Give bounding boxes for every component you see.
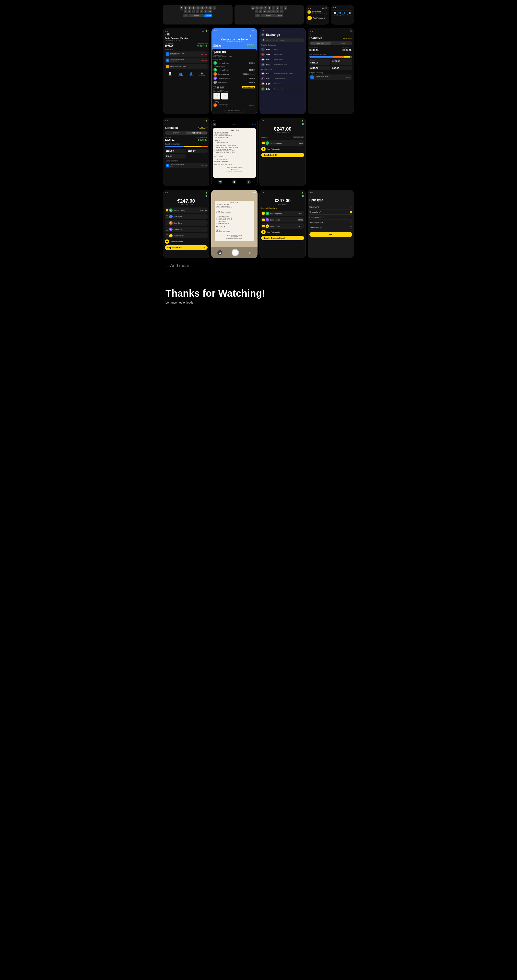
kb2-123[interactable]: 123 bbox=[255, 14, 260, 18]
kb1-key-a[interactable]: A bbox=[180, 6, 183, 10]
paris-nav-groups[interactable]: 👥 Groups bbox=[178, 72, 183, 76]
kb2-key-l[interactable]: L bbox=[284, 6, 287, 10]
currency-aud[interactable]: 🇦🇺 AUD Australian dollar bbox=[261, 76, 304, 81]
kb2-key-j[interactable]: J bbox=[276, 6, 279, 10]
timer-icon[interactable]: ⏱ bbox=[246, 180, 251, 184]
kb1-key-g[interactable]: G bbox=[196, 6, 200, 10]
kb2-key-a[interactable]: A bbox=[251, 6, 255, 10]
currency-usd[interactable]: 🇺🇸 USD United States dollar bbox=[261, 62, 304, 67]
split-person-2[interactable]: D Dorothy Arnold $121.50 Settled! bbox=[214, 72, 255, 76]
se-p3[interactable]: J James Keller €82.30 bbox=[261, 223, 304, 229]
splitp-p5[interactable]: J James Keller bbox=[165, 233, 208, 239]
splitp-add-btn[interactable]: + Add Participants bbox=[165, 239, 208, 244]
kb1-key-h[interactable]: H bbox=[200, 6, 204, 10]
exchange-search-bar[interactable]: 🔍 Type a currency / country bbox=[261, 38, 304, 42]
kb2-return-btn[interactable]: return bbox=[276, 14, 283, 18]
se-settings-icon[interactable]: ⚙️ bbox=[301, 195, 304, 197]
ami-back-btn[interactable]: ← bbox=[261, 123, 263, 125]
split-type-ok-btn[interactable]: OK bbox=[309, 232, 352, 237]
kb1-key-c[interactable]: C bbox=[192, 10, 195, 13]
kb1-key-f[interactable]: F bbox=[192, 6, 196, 10]
exchange-close-btn[interactable]: ✕ bbox=[261, 33, 265, 37]
paris-back[interactable]: ← 🔄 bbox=[165, 33, 208, 35]
kb1-key-d[interactable]: D bbox=[188, 6, 192, 10]
kb2-key-f[interactable]: F bbox=[263, 6, 267, 10]
kb1-search-btn[interactable]: Search bbox=[205, 14, 212, 18]
sp-personal-tab[interactable]: PERSONAL bbox=[186, 132, 207, 134]
kb2-key-m[interactable]: M bbox=[279, 10, 284, 13]
gallery-btn[interactable]: 🖼 bbox=[217, 250, 222, 255]
splitp-p3[interactable]: D Dora Obrien bbox=[165, 220, 208, 226]
split-opt-shares[interactable]: Shares (Times) bbox=[309, 220, 352, 225]
stats-group-tab[interactable]: GROUP bbox=[310, 42, 331, 45]
kb2-key-v[interactable]: V bbox=[267, 10, 271, 13]
st-x-btn[interactable]: ✕ bbox=[309, 195, 352, 197]
delete-expense-btn[interactable]: Delete Expense bbox=[224, 109, 244, 113]
shutter-btn[interactable] bbox=[232, 249, 239, 256]
cruises-back[interactable]: ← bbox=[214, 34, 216, 37]
kb2-key-z[interactable]: Z bbox=[255, 10, 258, 13]
flash-icon[interactable]: ❄ bbox=[249, 251, 251, 255]
se-step3-btn[interactable]: Step 3: Expense Detail → bbox=[261, 236, 304, 240]
splitp-step2-btn[interactable]: Step 2: Split Bill → bbox=[165, 245, 208, 250]
kb1-key-l[interactable]: L bbox=[213, 6, 216, 10]
paris-nav-activity[interactable]: 📊 Activity bbox=[168, 72, 172, 76]
rz-next-btn[interactable]: Next bbox=[252, 124, 256, 126]
kb1-key-j[interactable]: J bbox=[205, 6, 208, 10]
stats-back-btn[interactable]: ← bbox=[309, 33, 311, 35]
currency-inr[interactable]: 🇮🇳 INR Indian rupee bbox=[261, 57, 304, 62]
kb2-key-k[interactable]: K bbox=[280, 6, 284, 10]
split-opt-equally[interactable]: Equally (=) bbox=[309, 204, 352, 210]
splitp-settings-icon[interactable]: ⚙️ bbox=[205, 195, 208, 197]
camera-close-btn[interactable]: ✕ bbox=[213, 191, 214, 193]
expense-vedettes[interactable]: 🚢 Vedettes du Pont Neuf Total $253.45 -$… bbox=[165, 51, 208, 57]
ami-split-bill-btn[interactable]: Step2: Split Bill → bbox=[261, 153, 304, 157]
splitp-back-btn[interactable]: ← bbox=[165, 195, 167, 197]
splitp-p2[interactable]: J Julia Peters bbox=[165, 214, 208, 219]
paris-nav-account[interactable]: ⚙️ Account bbox=[199, 72, 205, 76]
ami-add-participants-btn[interactable]: + Add Participants bbox=[261, 147, 304, 151]
kb2-key-s[interactable]: S bbox=[255, 6, 259, 10]
camera-icon[interactable]: 📷 bbox=[218, 180, 222, 184]
splitp-p1[interactable]: H Hieu Le Quang €247.00 bbox=[165, 207, 208, 213]
cruises-dots-icon[interactable]: ⋯ bbox=[253, 35, 255, 37]
split-person-4[interactable]: MT Mark Twain $121.50 bbox=[214, 81, 255, 84]
kb1-key-n[interactable]: N bbox=[204, 10, 208, 13]
kb2-key-d[interactable]: D bbox=[259, 6, 263, 10]
se-badge-row[interactable]: Split bill Equally ▾ bbox=[261, 207, 304, 209]
se-back-btn[interactable]: ← bbox=[261, 195, 263, 197]
send-reminder-btn[interactable]: Send Reminder bbox=[242, 86, 255, 88]
stats-personal-tab[interactable]: PERSONAL bbox=[331, 42, 352, 45]
split-opt-adjustment[interactable]: Adjustment (+/-) bbox=[309, 225, 352, 230]
kb1-space[interactable]: space bbox=[189, 14, 204, 18]
kb1-key-z[interactable]: Z bbox=[184, 10, 187, 13]
sp-group-tab[interactable]: GROUP bbox=[165, 132, 186, 134]
split-opt-unequally[interactable]: Unequally (#) bbox=[309, 210, 352, 215]
currency-aed[interactable]: 🇦🇪 AED United Arab Emirates dirham bbox=[261, 71, 304, 76]
kb1-key-b[interactable]: B bbox=[200, 10, 203, 13]
currency-gbp[interactable]: 🇬🇧 GBP British pound bbox=[261, 52, 304, 57]
kb1-key-s[interactable]: S bbox=[184, 6, 187, 10]
gs-nav-groups[interactable]: 👥 Groups bbox=[337, 12, 342, 16]
se-p1[interactable]: H Hieu Le Quang €82.30 bbox=[261, 211, 304, 216]
gs-nav-activity[interactable]: 📊 Activity bbox=[333, 12, 337, 16]
add-participant-icon[interactable]: + bbox=[308, 16, 312, 20]
kb1-key-m[interactable]: M bbox=[208, 10, 212, 13]
split-person-1[interactable]: H Hieu Le Quang $121.50 bbox=[214, 68, 255, 72]
expense-taxi[interactable]: 🚕 Taxi from Airport to Hotel bbox=[165, 64, 208, 69]
kb1-key-v[interactable]: V bbox=[196, 10, 200, 13]
stats-month-selector[interactable]: This Month ▾ bbox=[342, 37, 352, 39]
currency-eur[interactable]: 🇪🇺 EUR Euro bbox=[261, 47, 304, 52]
expense-cruises[interactable]: 🚢 Cruises on the Seine Total $486.00 -$3… bbox=[165, 57, 208, 63]
kb2-space[interactable]: space bbox=[261, 14, 276, 18]
se-add-btn[interactable]: + Add Participants bbox=[261, 230, 304, 234]
kb1-key-x[interactable]: X bbox=[187, 10, 191, 13]
currency-brl[interactable]: 🇧🇷 BRL Brazilian real bbox=[261, 86, 304, 92]
kb1-123[interactable]: 123 bbox=[183, 14, 189, 18]
splitp-p4[interactable]: C Callie Nunez bbox=[165, 227, 208, 232]
kb2-key-x[interactable]: X bbox=[259, 10, 263, 13]
sp-month-selector[interactable]: This Month ▾ bbox=[198, 127, 208, 129]
split-opt-percentages[interactable]: Percentages (%) bbox=[309, 215, 352, 220]
kb1-key-k[interactable]: K bbox=[208, 6, 212, 10]
rz-close-btn[interactable]: ✕ bbox=[213, 123, 216, 126]
